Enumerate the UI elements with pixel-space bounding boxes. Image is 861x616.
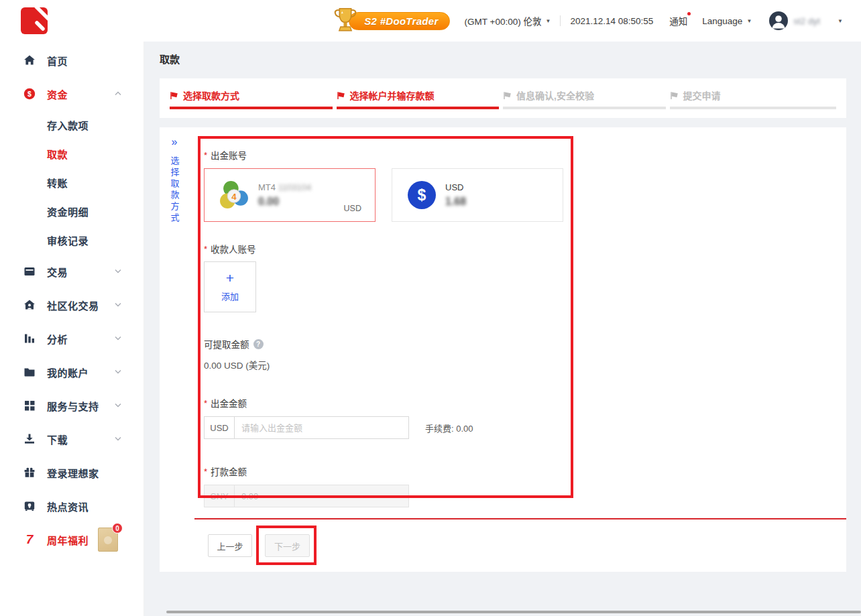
- sidebar-item-hot-news[interactable]: 热点资讯: [0, 489, 144, 523]
- avatar-icon: [769, 11, 788, 30]
- funds-dollar-icon: $: [23, 88, 36, 100]
- notification-dot-icon: [687, 12, 691, 15]
- sidebar-item-anniversary[interactable]: 7 周年福利 0: [0, 523, 144, 556]
- brand-logo[interactable]: [18, 5, 50, 37]
- previous-step-button[interactable]: 上一步: [208, 534, 252, 557]
- sidebar-item-transfer[interactable]: 转账: [0, 168, 144, 197]
- side-tab: » 选择取款方式: [160, 127, 189, 227]
- withdrawable-amount-label: 可提取金额 ?: [204, 338, 846, 350]
- side-tab-label[interactable]: 选择取款方式: [168, 156, 181, 225]
- account-cards: 4 MT4 1103104 0.00 USD: [204, 168, 846, 222]
- add-payee-button[interactable]: + 添加: [204, 261, 256, 312]
- trophy-icon: [333, 6, 358, 36]
- user-menu-caret[interactable]: ▼: [838, 18, 843, 24]
- username[interactable]: st2 dyt: [793, 16, 820, 26]
- withdraw-amount-input[interactable]: [235, 416, 409, 439]
- form-buttons: 上一步 下一步: [208, 534, 310, 557]
- plus-icon: +: [226, 271, 234, 285]
- sidebar-item-analysis[interactable]: 分析: [0, 322, 144, 355]
- step-progress-bar: [337, 107, 500, 109]
- brand-logo-icon: [18, 5, 50, 37]
- folder-icon: [23, 366, 36, 378]
- sidebar-item-fund-details[interactable]: 资金明细: [0, 197, 144, 226]
- account-card-mt4[interactable]: 4 MT4 1103104 0.00 USD: [204, 168, 376, 222]
- payout-amount-row: CNY: [204, 485, 846, 507]
- horizontal-scrollbar[interactable]: [166, 611, 861, 613]
- gift-icon: [23, 467, 36, 479]
- sidebar-item-label: 首页: [47, 54, 68, 68]
- timezone-label: (GMT +00:00) 伦敦: [465, 14, 542, 27]
- chevron-up-icon: [115, 91, 121, 96]
- sidebar-item-label: 存入款项: [47, 118, 89, 132]
- avatar[interactable]: [769, 11, 788, 30]
- home-icon: [23, 54, 36, 66]
- step-progress-bar: [503, 107, 666, 109]
- chevron-down-icon: [115, 436, 121, 441]
- required-mark: *: [204, 150, 207, 160]
- sidebar-item-withdraw[interactable]: 取款: [0, 139, 144, 168]
- step-progress-bar: [670, 107, 837, 109]
- sidebar-item-download[interactable]: 下载: [0, 422, 144, 456]
- sidebar-item-my-account[interactable]: 我的账户: [0, 355, 144, 389]
- step-submit[interactable]: 提交申请: [670, 88, 837, 118]
- next-step-button[interactable]: 下一步: [265, 534, 310, 557]
- sidebar-item-label: 取款: [47, 147, 68, 161]
- chevron-down-icon: [115, 369, 121, 374]
- payout-amount-input: [235, 485, 409, 507]
- steps-bar: 选择取款方式 选择帐户并输存款额 信息确认,安全校验: [160, 78, 846, 118]
- required-mark: *: [204, 398, 207, 408]
- sidebar-item-label: 分析: [47, 332, 68, 346]
- withdraw-amount-label: * 出金金额: [204, 397, 846, 409]
- timezone-selector[interactable]: (GMT +00:00) 伦敦 ▼: [465, 14, 551, 27]
- account-type: MT4: [258, 182, 276, 192]
- community-trade-icon: [23, 299, 36, 311]
- red-packet-icon[interactable]: 0: [98, 528, 118, 552]
- currency-prefix: CNY: [204, 485, 235, 507]
- sidebar-item-funds[interactable]: $ 资金: [0, 77, 144, 111]
- account-number: 1103104: [278, 182, 312, 192]
- usd-wallet-icon: $: [407, 180, 437, 210]
- withdraw-form: * 出金账号 4 MT4: [160, 127, 846, 507]
- analysis-bars-icon: [23, 332, 36, 345]
- mt4-logo-icon: 4: [219, 180, 249, 210]
- payee-account-label: * 收款人账号: [204, 243, 846, 255]
- sidebar-item-label: 热点资讯: [47, 499, 89, 513]
- sidebar-item-label: 社区化交易: [47, 298, 99, 312]
- sidebar-item-label: 下载: [47, 432, 68, 446]
- language-selector[interactable]: Language ▼: [702, 16, 752, 26]
- sidebar-item-services-support[interactable]: 服务与支持: [0, 389, 144, 422]
- chevron-down-icon: [115, 269, 121, 273]
- header-divider: [560, 15, 561, 26]
- trade-icon: [23, 265, 36, 278]
- chevron-down-icon: [115, 336, 121, 341]
- step-progress-bar: [170, 107, 333, 109]
- step-label: 选择帐户并输存款额: [350, 88, 435, 102]
- sidebar-item-home[interactable]: 首页: [0, 44, 144, 77]
- sidebar-item-ideal-home[interactable]: 登录理想家: [0, 456, 144, 489]
- hot-news-icon: [23, 500, 36, 512]
- account-currency: USD: [344, 204, 361, 213]
- withdraw-amount-row: USD 手续费: 0.00: [204, 416, 846, 439]
- count-badge: 0: [112, 523, 123, 534]
- red-divider-line: [194, 518, 846, 519]
- step-flag-icon: [503, 91, 512, 100]
- notifications-link[interactable]: 通知: [669, 14, 687, 27]
- sidebar-item-label: 登录理想家: [47, 466, 99, 480]
- sidebar-item-trade[interactable]: 交易: [0, 255, 144, 288]
- step-choose-method[interactable]: 选择取款方式: [170, 88, 337, 118]
- account-card-usd-wallet[interactable]: $ USD 1.68: [392, 168, 563, 222]
- withdrawable-amount-value: 0.00 USD (美元): [204, 358, 846, 371]
- add-label: 添加: [221, 290, 239, 302]
- season-badge[interactable]: S2 #DooTrader: [333, 6, 449, 36]
- collapse-icon[interactable]: »: [172, 136, 178, 148]
- help-icon[interactable]: ?: [253, 339, 264, 349]
- sidebar-item-label: 资金: [47, 87, 68, 101]
- step-confirm-verify[interactable]: 信息确认,安全校验: [503, 88, 670, 118]
- sidebar-item-deposit[interactable]: 存入款项: [0, 111, 144, 139]
- sidebar-item-community-trade[interactable]: 社区化交易: [0, 288, 144, 322]
- main-content: 取款 选择取款方式 选择帐户并输存款额 信息确认,安全校: [144, 42, 861, 616]
- step-label: 提交申请: [683, 88, 721, 102]
- sidebar-item-audit-records[interactable]: 审核记录: [0, 226, 144, 255]
- step-choose-account-amount[interactable]: 选择帐户并输存款额: [337, 88, 504, 118]
- svg-text:4: 4: [231, 191, 237, 201]
